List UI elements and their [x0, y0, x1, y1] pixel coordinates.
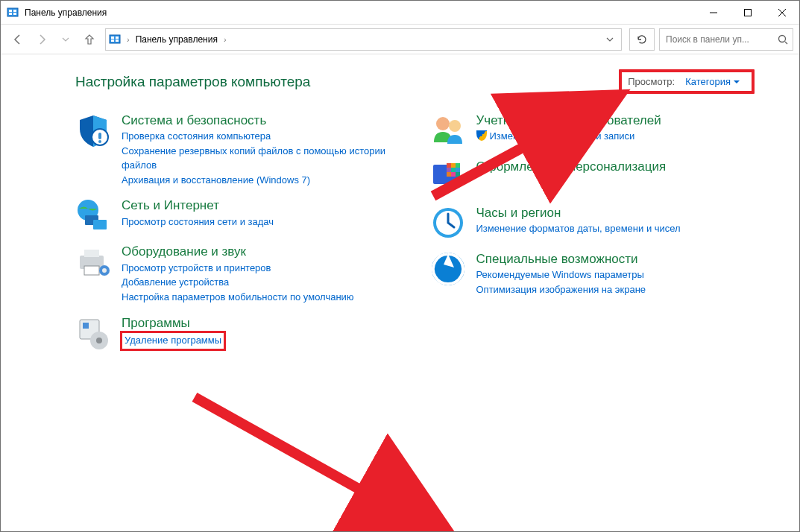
svg-rect-9	[111, 39, 114, 42]
search-box[interactable]	[659, 28, 793, 51]
category-accessibility: Специальные возможности Рекомендуемые Wi…	[430, 251, 755, 297]
svg-point-26	[96, 338, 102, 343]
category-title[interactable]: Оформление и персонализация	[476, 159, 667, 175]
svg-rect-8	[116, 37, 119, 39]
category-link[interactable]: Оптимизация изображения на экране	[476, 283, 646, 297]
svg-point-14	[98, 140, 101, 143]
category-hardware-sound: Оборудование и звук Просмотр устройств и…	[75, 244, 400, 305]
svg-rect-37	[451, 168, 456, 172]
uninstall-program-link[interactable]: Удаление программы	[122, 332, 224, 349]
category-clock-region: Часы и регион Изменение форматов даты, в…	[430, 205, 755, 241]
category-user-accounts: Учетные записи пользователей Изменение т…	[430, 113, 755, 148]
control-panel-icon	[109, 34, 121, 45]
search-input[interactable]	[664, 34, 773, 45]
refresh-button[interactable]	[629, 28, 655, 51]
category-link[interactable]: Рекомендуемые Windows параметры	[476, 268, 646, 282]
svg-rect-36	[447, 168, 451, 172]
svg-rect-31	[439, 189, 454, 191]
svg-rect-20	[84, 266, 99, 275]
svg-rect-4	[13, 13, 16, 15]
category-link[interactable]: Изменение форматов даты, времени и чисел	[476, 222, 681, 236]
svg-rect-13	[98, 133, 101, 139]
category-link[interactable]: Проверка состояния компьютера	[122, 130, 400, 144]
svg-point-11	[779, 35, 786, 42]
svg-rect-24	[83, 323, 89, 329]
svg-rect-10	[116, 39, 119, 42]
category-title[interactable]: Сеть и Интернет	[122, 197, 274, 214]
svg-rect-30	[442, 186, 451, 189]
navigation-bar: › Панель управления ›	[1, 25, 799, 54]
svg-point-28	[449, 120, 461, 132]
view-by-dropdown[interactable]: Категория	[679, 75, 746, 89]
category-link[interactable]: Добавление устройства	[122, 276, 354, 290]
svg-point-27	[436, 117, 450, 130]
window-title: Панель управления	[25, 7, 696, 18]
dropdown-caret-icon	[734, 79, 740, 85]
svg-rect-34	[451, 163, 456, 168]
category-link[interactable]: Настройка параметров мобильности по умол…	[122, 291, 354, 305]
address-history-dropdown[interactable]	[602, 36, 618, 43]
category-link[interactable]: Просмотр состояния сети и задач	[122, 215, 274, 229]
view-by-control: Просмотр: Категория	[619, 69, 755, 94]
back-button[interactable]	[7, 28, 29, 51]
programs-icon	[75, 315, 111, 351]
maximize-button[interactable]	[731, 1, 765, 25]
svg-point-22	[102, 268, 107, 273]
svg-rect-0	[7, 8, 18, 16]
svg-rect-1	[9, 10, 12, 12]
svg-rect-41	[456, 172, 460, 177]
svg-rect-40	[451, 172, 456, 177]
category-link[interactable]: Сохранение резервных копий файлов с помо…	[122, 145, 400, 173]
accessibility-icon	[430, 251, 466, 287]
clock-icon	[430, 205, 466, 241]
printer-icon	[75, 244, 111, 279]
close-button[interactable]	[765, 1, 799, 25]
svg-rect-35	[456, 163, 460, 168]
svg-rect-5	[745, 9, 752, 16]
category-network-internet: Сеть и Интернет Просмотр состояния сети …	[75, 197, 400, 233]
category-title[interactable]: Специальные возможности	[476, 251, 646, 267]
category-link[interactable]: Изменение типа учетной записи	[476, 130, 661, 144]
control-panel-window: Панель управления › Панель управления ›	[0, 0, 800, 532]
category-link[interactable]: Просмотр устройств и принтеров	[122, 262, 354, 276]
content-area: Настройка параметров компьютера Просмотр…	[1, 54, 799, 531]
svg-rect-19	[84, 250, 99, 257]
chevron-right-icon[interactable]: ›	[124, 35, 133, 44]
svg-rect-3	[9, 13, 12, 15]
category-title[interactable]: Часы и регион	[476, 205, 681, 221]
shield-icon	[75, 113, 111, 148]
annotation-arrow	[180, 382, 463, 531]
category-column-right: Учетные записи пользователей Изменение т…	[430, 113, 755, 308]
chevron-right-icon[interactable]: ›	[221, 35, 230, 44]
titlebar: Панель управления	[1, 1, 799, 25]
forward-button[interactable]	[31, 28, 53, 51]
svg-rect-38	[456, 168, 460, 172]
category-column-left: Система и безопасность Проверка состояни…	[75, 113, 400, 361]
category-title[interactable]: Система и безопасность	[122, 113, 400, 129]
svg-rect-33	[447, 163, 451, 168]
control-panel-icon	[7, 7, 19, 19]
recent-locations-dropdown[interactable]	[54, 28, 77, 51]
category-title[interactable]: Оборудование и звук	[122, 244, 354, 260]
category-system-security: Система и безопасность Проверка состояни…	[75, 113, 400, 187]
category-programs: Программы Удаление программы	[75, 315, 400, 351]
category-title[interactable]: Программы	[122, 315, 224, 332]
svg-rect-17	[93, 220, 107, 229]
svg-rect-2	[13, 10, 16, 12]
globe-network-icon	[75, 197, 111, 233]
category-appearance: Оформление и персонализация	[430, 159, 755, 194]
category-link[interactable]: Архивация и восстановление (Windows 7)	[122, 174, 400, 188]
search-icon[interactable]	[778, 34, 788, 45]
category-title[interactable]: Учетные записи пользователей	[476, 113, 661, 129]
monitor-personalization-icon	[430, 159, 466, 194]
address-bar[interactable]: › Панель управления ›	[105, 28, 622, 51]
breadcrumb[interactable]: Панель управления	[136, 34, 218, 45]
page-title: Настройка параметров компьютера	[75, 74, 619, 90]
svg-line-45	[195, 397, 448, 531]
up-button[interactable]	[78, 28, 101, 51]
svg-rect-6	[110, 35, 120, 43]
users-icon	[430, 113, 466, 148]
svg-rect-7	[111, 37, 114, 39]
minimize-button[interactable]	[696, 1, 731, 25]
view-by-label: Просмотр:	[628, 76, 675, 87]
